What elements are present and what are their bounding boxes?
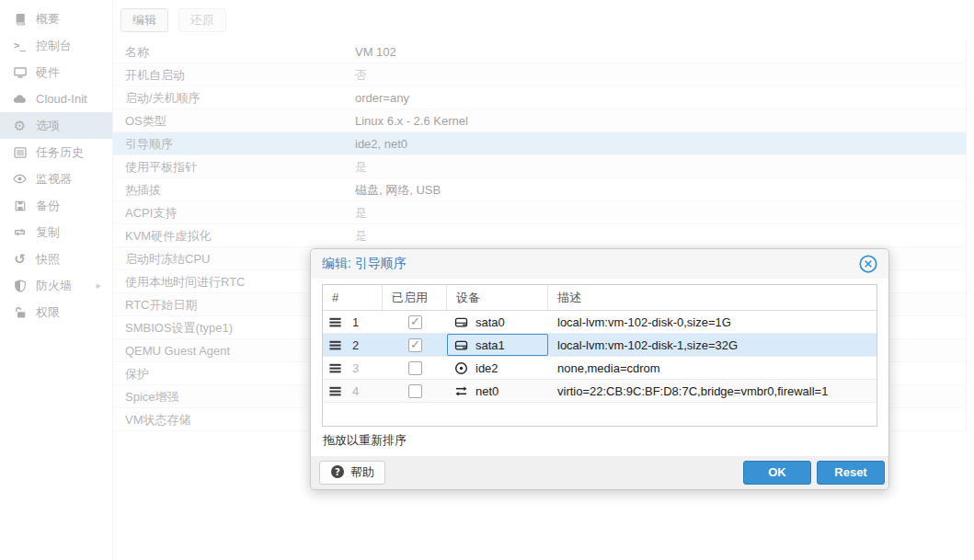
drag-handle-icon[interactable]: [328, 338, 343, 352]
enabled-checkbox[interactable]: [408, 361, 422, 375]
grid-header: #已启用设备描述: [323, 285, 877, 311]
boot-order-grid: #已启用设备描述 1sata0local-lvm:vm-102-disk-0,s…: [322, 284, 877, 427]
device-cell[interactable]: net0: [447, 380, 548, 402]
enabled-checkbox[interactable]: [408, 315, 422, 329]
device-name: net0: [476, 384, 498, 398]
device-cell[interactable]: sata0: [447, 311, 548, 333]
dialog-footer: ? 帮助 OK Reset: [311, 456, 888, 489]
device-name: sata0: [476, 315, 505, 329]
ok-button[interactable]: OK: [743, 461, 811, 485]
boot-entry-description: local-lvm:vm-102-disk-0,size=1G: [548, 315, 877, 329]
boot-entry-row-sata1[interactable]: 2sata1local-lvm:vm-102-disk-1,size=32G: [323, 334, 877, 357]
boot-entry-description: virtio=22:CB:9C:BF:D8:7C,bridge=vmbr0,fi…: [548, 384, 877, 398]
device-name: sata1: [476, 338, 505, 352]
boot-entry-enabled-cell: [383, 357, 447, 379]
boot-entry-enabled-cell: [383, 380, 447, 402]
help-icon: ?: [330, 464, 345, 482]
boot-entry-number: 1: [352, 315, 359, 329]
boot-entry-order-cell: 2: [323, 334, 383, 356]
boot-entry-description: local-lvm:vm-102-disk-1,size=32G: [548, 338, 877, 352]
boot-entry-enabled-cell: [383, 334, 447, 356]
boot-entry-row-sata0[interactable]: 1sata0local-lvm:vm-102-disk-0,size=1G: [323, 311, 877, 334]
dialog-header: 编辑: 引导顺序: [311, 249, 888, 279]
drag-reorder-hint: 拖放以重新排序: [323, 432, 877, 449]
boot-entry-enabled-cell: [383, 311, 447, 333]
boot-entry-number: 3: [352, 361, 359, 375]
boot-entry-order-cell: 4: [323, 380, 383, 402]
grid-column-header[interactable]: 设备: [447, 285, 548, 310]
boot-entry-description: none,media=cdrom: [548, 361, 877, 375]
boot-entry-number: 2: [352, 338, 359, 352]
device-cell[interactable]: sata1: [447, 334, 548, 356]
boot-entry-order-cell: 1: [323, 311, 383, 333]
device-name: ide2: [476, 361, 498, 375]
boot-entry-row-ide2[interactable]: 3ide2none,media=cdrom: [323, 357, 877, 380]
hdd-icon: [453, 338, 468, 352]
close-icon[interactable]: [859, 255, 877, 273]
dialog-title: 编辑: 引导顺序: [322, 256, 859, 272]
help-button-label: 帮助: [350, 464, 374, 481]
enabled-checkbox[interactable]: [408, 338, 422, 352]
svg-text:?: ?: [335, 466, 340, 476]
grid-column-header[interactable]: 描述: [548, 285, 877, 310]
boot-entry-order-cell: 3: [323, 357, 383, 379]
device-cell[interactable]: ide2: [447, 357, 548, 379]
reset-button[interactable]: Reset: [817, 461, 885, 485]
hdd-icon: [453, 315, 468, 329]
dialog-body: #已启用设备描述 1sata0local-lvm:vm-102-disk-0,s…: [311, 279, 888, 449]
drag-handle-icon[interactable]: [328, 384, 343, 398]
proxmox-app: 概要>_控制台硬件Cloud-Init⚙选项任务历史监视器备份复制↺快照防火墙▸…: [0, 0, 974, 560]
grid-column-header[interactable]: 已启用: [383, 285, 447, 310]
network-icon: [453, 384, 468, 398]
boot-entry-number: 4: [352, 384, 359, 398]
cdrom-icon: [453, 361, 468, 375]
enabled-checkbox[interactable]: [408, 384, 422, 398]
boot-order-dialog: 编辑: 引导顺序 #已启用设备描述 1sata0local-lvm:vm-102…: [310, 248, 889, 490]
grid-column-header[interactable]: #: [323, 285, 383, 310]
boot-entry-row-net0[interactable]: 4net0virtio=22:CB:9C:BF:D8:7C,bridge=vmb…: [323, 380, 877, 403]
drag-handle-icon[interactable]: [328, 361, 343, 375]
help-button[interactable]: ? 帮助: [319, 461, 385, 485]
drag-handle-icon[interactable]: [328, 315, 343, 329]
